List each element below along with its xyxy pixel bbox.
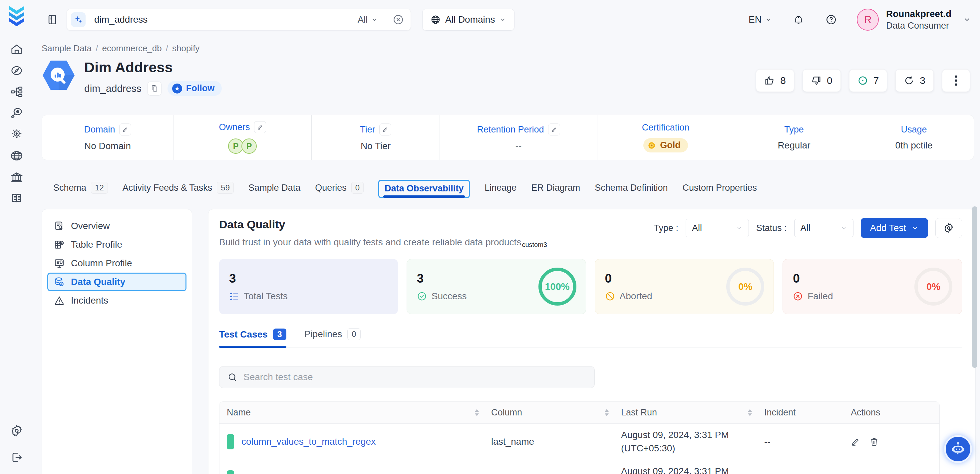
x-circle-icon [793, 291, 803, 301]
glossary-book-icon[interactable] [10, 192, 23, 205]
chevron-down-icon[interactable] [963, 16, 970, 23]
edit-pencil-icon[interactable] [379, 124, 391, 135]
tab-schema-definition[interactable]: Schema Definition [595, 180, 668, 199]
edit-pencil-icon[interactable] [254, 121, 266, 133]
breadcrumb-item[interactable]: ecommerce_db [102, 43, 162, 54]
type-filter-select[interactable]: All [686, 219, 749, 237]
menu-item-data-quality[interactable]: Data Quality [47, 273, 186, 291]
kebab-menu-icon [955, 75, 958, 87]
domain-label[interactable]: Domain [84, 124, 115, 135]
column-header-last-run[interactable]: Last Run [614, 407, 757, 418]
tab-label: Sample Data [248, 183, 301, 193]
menu-item-label: Incidents [71, 295, 108, 306]
tab-activity-feeds[interactable]: Activity Feeds & Tasks 59 [123, 178, 234, 199]
help-icon[interactable] [826, 14, 837, 25]
info-domain: Domain No Domain [42, 115, 173, 160]
tab-label: Schema [53, 183, 86, 193]
follow-button[interactable]: ★ Follow [167, 81, 222, 96]
tab-sample-data[interactable]: Sample Data [248, 180, 301, 199]
tab-queries[interactable]: Queries 0 [315, 178, 364, 199]
menu-item-column-profile[interactable]: Column Profile [47, 254, 186, 273]
breadcrumb-item[interactable]: Sample Data [41, 43, 92, 54]
tab-data-observability[interactable]: Data Observability [378, 180, 470, 198]
tasks-count: 7 [873, 75, 879, 86]
sort-icon[interactable] [748, 409, 752, 416]
explore-compass-icon[interactable] [10, 64, 23, 77]
check-circle-icon [417, 291, 427, 301]
domains-globe-icon[interactable] [10, 149, 23, 162]
add-test-button[interactable]: Add Test [861, 218, 928, 238]
edit-pencil-icon[interactable] [548, 124, 560, 135]
tier-label[interactable]: Tier [360, 124, 375, 135]
lineage-hierarchy-icon[interactable] [10, 85, 23, 99]
test-case-link[interactable]: column_values_to_match_regex [242, 436, 375, 447]
test-case-search[interactable] [219, 366, 595, 388]
menu-item-overview[interactable]: Overview [47, 217, 186, 235]
owners-label[interactable]: Owners [219, 122, 250, 132]
test-case-link[interactable]: table_column_count_between [242, 472, 365, 474]
tab-test-cases[interactable]: Test Cases 3 [219, 329, 286, 347]
column-header-column[interactable]: Column [484, 407, 614, 418]
insights-bulb-icon[interactable] [10, 128, 23, 141]
sort-icon[interactable] [474, 409, 479, 416]
test-case-search-input[interactable] [243, 372, 586, 382]
all-domains-button[interactable]: All Domains [422, 9, 514, 30]
incident-value: -- [764, 436, 770, 447]
tab-lineage[interactable]: Lineage [485, 180, 517, 199]
notifications-bell-icon[interactable] [793, 14, 804, 25]
table-settings-gear-icon[interactable] [935, 218, 962, 238]
sidebar-toggle-icon[interactable] [47, 14, 58, 25]
edit-pencil-icon[interactable] [851, 437, 860, 446]
entity-fqn: dim_address [84, 83, 142, 94]
tab-er-diagram[interactable]: ER Diagram [531, 180, 580, 199]
language-dropdown[interactable]: EN [749, 14, 772, 25]
tab-custom-properties[interactable]: Custom Properties [682, 180, 757, 199]
domain-value: No Domain [84, 141, 131, 151]
usage-label[interactable]: Usage [901, 124, 927, 135]
global-search-bar[interactable]: All [67, 9, 411, 30]
retention-label[interactable]: Retention Period [477, 124, 544, 135]
search-scope-dropdown[interactable]: All [358, 14, 378, 25]
breadcrumb-item[interactable]: shopify [172, 43, 199, 54]
tasks-button[interactable]: 7 [849, 69, 888, 92]
tab-schema[interactable]: Schema 12 [53, 178, 108, 199]
avatar-initial: R [864, 14, 872, 26]
tab-pipelines[interactable]: Pipelines 0 [304, 328, 361, 347]
menu-item-table-profile[interactable]: Table Profile [47, 235, 186, 254]
status-filter-select[interactable]: All [794, 219, 853, 237]
delete-trash-icon[interactable] [869, 437, 879, 446]
sort-icon[interactable] [605, 409, 609, 416]
chat-bot-button[interactable] [944, 435, 972, 463]
ai-sparkle-icon[interactable] [71, 12, 86, 27]
copy-icon[interactable] [148, 81, 162, 95]
user-menu[interactable]: Rounakpreet.d Data Consumer [886, 9, 951, 31]
openmetadata-logo-icon[interactable] [7, 5, 26, 27]
upvote-count: 8 [780, 75, 786, 86]
left-nav-rail [0, 0, 33, 474]
vertical-scrollbar[interactable] [972, 206, 977, 368]
search-input[interactable] [94, 14, 358, 25]
section-title: Data Quality [219, 218, 547, 231]
column-header-name[interactable]: Name [220, 407, 484, 418]
certification-label[interactable]: Certification [642, 122, 690, 133]
test-cases-table: Name Column Last Run Incident Actions co… [219, 401, 940, 474]
type-filter-label: Type : [654, 223, 678, 233]
observability-search-eye-icon[interactable] [10, 107, 23, 120]
versions-count: 3 [920, 75, 925, 86]
home-icon[interactable] [10, 43, 23, 56]
versions-button[interactable]: 3 [896, 69, 934, 92]
edit-pencil-icon[interactable] [119, 124, 131, 135]
more-options-button[interactable] [942, 69, 970, 92]
upvote-button[interactable]: 8 [756, 69, 794, 92]
user-avatar[interactable]: R [857, 9, 879, 30]
menu-item-incidents[interactable]: Incidents [47, 291, 186, 310]
logout-icon[interactable] [10, 451, 23, 464]
owner-avatar[interactable]: P [242, 138, 257, 154]
clear-search-icon[interactable] [393, 14, 404, 25]
language-value: EN [749, 14, 762, 25]
govern-bank-icon[interactable] [10, 170, 23, 184]
downvote-button[interactable]: 0 [802, 69, 841, 92]
subtab-count-badge: 0 [347, 328, 360, 340]
type-label[interactable]: Type [784, 124, 804, 135]
settings-gear-icon[interactable] [10, 424, 23, 437]
